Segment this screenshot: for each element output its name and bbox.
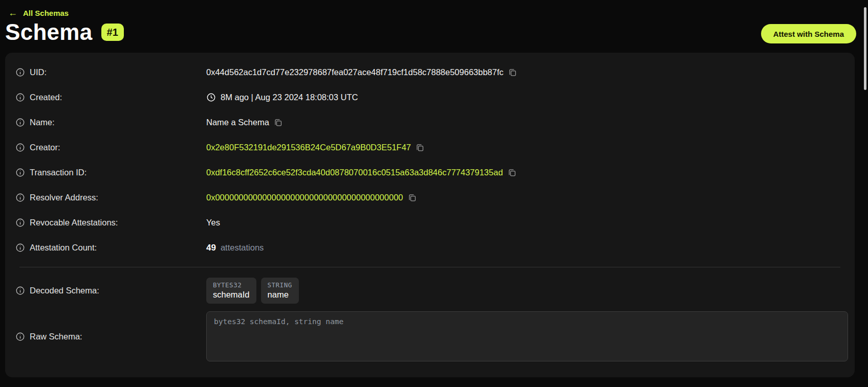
field-type: BYTES32 [213, 281, 250, 289]
back-link-label: All Schemas [23, 9, 69, 17]
schema-detail-card: UID:0x44d562ac1d7cd77e232978687fea027ace… [5, 53, 855, 377]
row-value: Name a Schema [206, 118, 283, 127]
info-icon [15, 93, 25, 102]
row-value: 8M ago | Aug 23 2024 18:08:03 UTC [206, 93, 358, 102]
detail-row-decoded-schema: Decoded Schema: BYTES32schemaIdSTRINGnam… [15, 274, 844, 307]
row-label: Revocable Attestations: [15, 218, 206, 227]
row-label-text: UID: [30, 67, 47, 77]
schema-field-chip: STRINGname [261, 278, 299, 304]
schema-number-badge: #1 [101, 24, 124, 41]
scrollbar-thumb[interactable] [864, 7, 866, 90]
copy-icon[interactable] [408, 193, 417, 202]
row-label: Name: [15, 118, 206, 127]
creator-value[interactable]: 0x2e80F532191de291536B24Ce5D67a9B0D3E51F… [206, 143, 411, 152]
row-value: 0x2e80F532191de291536B24Ce5D67a9B0D3E51F… [206, 143, 424, 152]
schema-field-chip: BYTES32schemaId [206, 278, 256, 304]
attest-with-schema-button[interactable]: Attest with Schema [761, 24, 856, 43]
row-label: Transaction ID: [15, 168, 206, 177]
detail-row-raw-schema: Raw Schema: bytes32 schemaId, string nam… [15, 311, 844, 361]
detail-row-attestation-count: Attestation Count:49attestations [15, 235, 844, 260]
copy-icon[interactable] [274, 118, 283, 127]
uid-value: 0x44d562ac1d7cd77e232978687fea027ace48f7… [206, 67, 504, 77]
row-value: 49attestations [206, 243, 264, 253]
raw-schema-textarea[interactable]: bytes32 schemaId, string name [206, 311, 848, 361]
divider [19, 267, 840, 267]
decoded-schema-chips: BYTES32schemaIdSTRINGname [206, 278, 299, 304]
page-title: Schema [5, 19, 93, 45]
info-icon [15, 168, 25, 177]
detail-row-creator: Creator:0x2e80F532191de291536B24Ce5D67a9… [15, 135, 844, 160]
revocable-attestations-value: Yes [206, 218, 220, 227]
detail-row-uid: UID:0x44d562ac1d7cd77e232978687fea027ace… [15, 60, 844, 85]
row-label: UID: [15, 67, 206, 77]
back-to-all-schemas-link[interactable]: ← All Schemas [8, 8, 69, 17]
copy-icon[interactable] [416, 143, 424, 152]
row-value: 0x00000000000000000000000000000000000000… [206, 193, 417, 202]
detail-row-name: Name:Name a Schema [15, 110, 844, 135]
row-label-text: Revocable Attestations: [30, 218, 118, 227]
detail-row-transaction-id: Transaction ID:0xdf16c8cff2652c6ce52f3cd… [15, 160, 844, 185]
field-name: name [268, 290, 292, 300]
row-label-text: Decoded Schema: [30, 286, 99, 295]
row-value: 0xdf16c8cff2652c6ce52f3cda40d0878070016c… [206, 168, 516, 177]
row-label-text: Attestation Count: [30, 243, 97, 253]
info-icon [15, 193, 25, 202]
row-value: 0x44d562ac1d7cd77e232978687fea027ace48f7… [206, 67, 517, 77]
name-value: Name a Schema [206, 118, 269, 127]
row-label-text: Creator: [30, 143, 60, 152]
row-label-text: Transaction ID: [30, 168, 86, 177]
row-label-text: Created: [30, 93, 62, 102]
title-row: Schema #1 [5, 19, 124, 45]
detail-row-resolver-address: Resolver Address:0x000000000000000000000… [15, 185, 844, 210]
info-icon [15, 67, 25, 77]
field-type: STRING [268, 281, 292, 289]
info-icon [15, 143, 25, 152]
row-label: Created: [15, 93, 206, 102]
info-icon [15, 243, 25, 253]
row-label-text: Name: [30, 118, 55, 127]
row-label: Creator: [15, 143, 206, 152]
created-value: 8M ago | Aug 23 2024 18:08:03 UTC [221, 93, 358, 102]
row-label-text: Resolver Address: [30, 193, 98, 202]
detail-row-revocable-attestations: Revocable Attestations:Yes [15, 210, 844, 235]
transaction-id-value[interactable]: 0xdf16c8cff2652c6ce52f3cda40d0878070016c… [206, 168, 503, 177]
row-value: Yes [206, 218, 220, 227]
resolver-address-value[interactable]: 0x00000000000000000000000000000000000000… [206, 193, 403, 202]
detail-row-created: Created:8M ago | Aug 23 2024 18:08:03 UT… [15, 85, 844, 110]
attestation-count-value: 49 [206, 243, 216, 253]
row-label: Raw Schema: [15, 332, 206, 342]
copy-icon[interactable] [508, 68, 517, 77]
row-label-text: Raw Schema: [30, 332, 82, 342]
info-icon [15, 218, 25, 227]
row-label: Attestation Count: [15, 243, 206, 253]
field-name: schemaId [213, 290, 250, 300]
row-label: Resolver Address: [15, 193, 206, 202]
attestations-link[interactable]: attestations [221, 243, 264, 253]
arrow-left-icon: ← [8, 8, 17, 17]
copy-icon[interactable] [508, 168, 516, 177]
detail-rows: UID:0x44d562ac1d7cd77e232978687fea027ace… [15, 60, 844, 260]
info-icon [15, 286, 25, 295]
info-icon [15, 332, 25, 342]
row-label: Decoded Schema: [15, 286, 206, 295]
info-icon [15, 118, 25, 127]
schema-detail-page: ← All Schemas Schema #1 Attest with Sche… [0, 0, 868, 387]
clock-icon [206, 93, 216, 102]
